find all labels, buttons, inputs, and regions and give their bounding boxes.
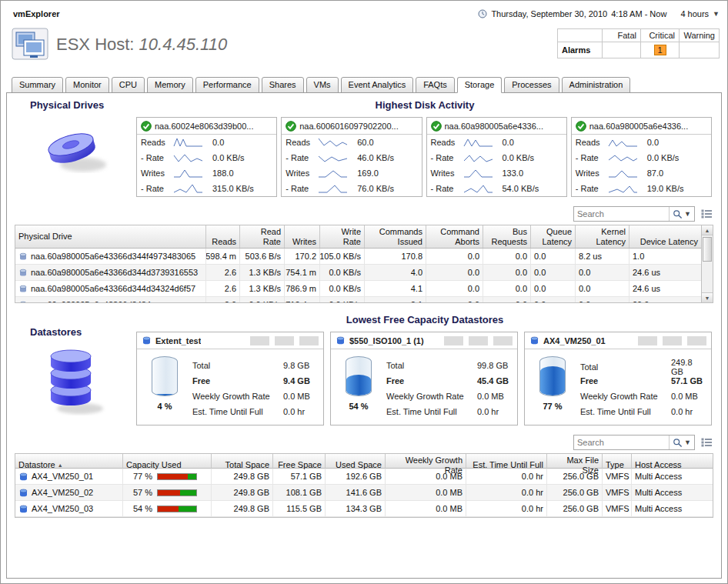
storage-tab-content: Physical Drives bbox=[6, 92, 722, 579]
search-options[interactable]: ▼ bbox=[669, 435, 694, 449]
cell-reads: 598.4 m bbox=[206, 249, 240, 265]
table-row[interactable]: AX4_VM250_02 57 % 249.8 GB 108.1 GB 141.… bbox=[15, 485, 713, 501]
capacity-bar bbox=[157, 489, 197, 496]
datastore-card[interactable]: AX4_VM250_01 77 % Total249.8 GB Free57.1… bbox=[524, 332, 712, 425]
table-row[interactable]: naa.60a980005a6e43366d344d34324d6f57 2.6… bbox=[15, 281, 701, 297]
column-header-read-rate[interactable]: Read Rate bbox=[240, 225, 285, 248]
column-header-write-rate[interactable]: Write Rate bbox=[320, 225, 365, 248]
drive-card[interactable]: naa.60024e8063d39b00... Reads0.0 - Rate0… bbox=[136, 117, 277, 197]
status-ok-icon bbox=[431, 121, 442, 132]
drive-card[interactable]: naa.6006016097902200... Reads60.0 - Rate… bbox=[281, 117, 422, 197]
search-input[interactable] bbox=[574, 438, 669, 447]
datastore-card[interactable]: $550_ISO100_1 (1) 54 % Total99.8 GB Free… bbox=[330, 332, 518, 425]
search-input[interactable] bbox=[574, 209, 669, 219]
datastore-card[interactable]: Extent_test 4 % Total9.8 GB Free9.4 GB bbox=[136, 332, 324, 425]
table-customizer-icon[interactable] bbox=[701, 438, 712, 447]
tab-faqts[interactable]: FAQts bbox=[416, 77, 455, 93]
datastore-icon bbox=[529, 335, 539, 345]
cell-queue-latency: 0.0 bbox=[531, 281, 576, 297]
search-box: ▼ bbox=[573, 206, 695, 222]
critical-count-badge[interactable]: 1 bbox=[654, 45, 666, 55]
tab-performance[interactable]: Performance bbox=[195, 77, 259, 93]
cell-device-latency: 1.0 bbox=[629, 249, 701, 265]
tab-event-analytics[interactable]: Event Analytics bbox=[341, 77, 414, 93]
page-title: ESX Host: 10.4.45.110 bbox=[56, 35, 227, 55]
scroll-up-button[interactable]: ▲ bbox=[702, 225, 713, 235]
card-header-placeholders bbox=[250, 336, 319, 345]
cell-capacity-used: 54 % bbox=[123, 501, 212, 517]
cell-read-rate: 1.3 KB/s bbox=[240, 281, 285, 297]
drive-icon bbox=[18, 252, 28, 261]
metric-label: - Rate bbox=[141, 184, 173, 193]
metric-row: - Rate315.0 KB/s bbox=[137, 181, 276, 196]
card-header-placeholders bbox=[638, 336, 706, 345]
time-range: 4:18 AM - Now bbox=[611, 9, 666, 18]
cell-host-access: Multi Access bbox=[632, 501, 713, 517]
gauge-fill bbox=[540, 366, 565, 396]
status-ok-icon bbox=[576, 121, 586, 132]
top-bar: vmExplorer Thursday, September 30, 2010 … bbox=[1, 1, 727, 22]
column-header-reads[interactable]: Reads bbox=[206, 225, 240, 248]
capacity-gauge bbox=[152, 356, 178, 396]
table-row[interactable]: AX4_VM250_01 77 % 249.8 GB 57.1 GB 192.6… bbox=[15, 469, 713, 485]
column-header-physical-drive[interactable]: Physical Drive bbox=[15, 225, 206, 248]
cell-free-space: 108.1 GB bbox=[273, 485, 326, 501]
column-header-writes[interactable]: Writes bbox=[285, 225, 320, 248]
cell-capacity-used: 57 % bbox=[123, 485, 212, 501]
tab-summary[interactable]: Summary bbox=[12, 77, 63, 93]
metric-value: 0.0 KB/s bbox=[499, 153, 563, 162]
column-header-device-latency[interactable]: Device Latency bbox=[629, 225, 701, 248]
tab-memory[interactable]: Memory bbox=[147, 77, 193, 93]
drive-row-name: naa.60a980005a6e43366d344d34324d6f57 bbox=[31, 284, 195, 293]
search-dropdown-caret-icon[interactable]: ▼ bbox=[684, 439, 691, 446]
column-header-queue-latency[interactable]: Queue Latency bbox=[531, 225, 576, 248]
stat-value: 0.0 hr bbox=[477, 407, 511, 416]
tab-shares[interactable]: Shares bbox=[262, 77, 304, 93]
metric-value: 19.0 KB/s bbox=[643, 184, 707, 193]
cell-write-rate: 0.0 KB/s bbox=[320, 265, 365, 281]
vertical-scrollbar[interactable]: ▲ ▼ bbox=[702, 225, 713, 303]
cell-commands-issued: 4.1 bbox=[365, 281, 426, 297]
scroll-down-button[interactable]: ▼ bbox=[702, 292, 713, 302]
search-dropdown-caret-icon[interactable]: ▼ bbox=[684, 210, 691, 218]
tab-administration[interactable]: Administration bbox=[562, 77, 631, 93]
search-options[interactable]: ▼ bbox=[669, 207, 694, 221]
tab-storage[interactable]: Storage bbox=[457, 77, 503, 93]
drive-card[interactable]: naa.60a980005a6e4336... Reads0.0 - Rate0… bbox=[571, 117, 712, 197]
sparkline bbox=[463, 152, 494, 164]
search-icon[interactable] bbox=[673, 438, 683, 448]
table-row[interactable]: AX4_VM250_03 54 % 249.8 GB 115.5 GB 134.… bbox=[15, 501, 713, 517]
table-row[interactable]: naa.60a980005a6e43366d344d3739316553 2.6… bbox=[15, 265, 701, 281]
table-row[interactable]: naa.60a980005a6e43366d344f4973483065 598… bbox=[15, 249, 701, 265]
sparkline bbox=[463, 182, 494, 195]
scroll-thumb[interactable] bbox=[703, 237, 712, 262]
stat-value: 0.0 MB bbox=[671, 392, 705, 401]
stat-label: Free bbox=[192, 376, 283, 385]
metric-row: - Rate0.0 KB/s bbox=[427, 150, 566, 165]
datastores-table: Datastore▲ Capacity Used Total Space Fre… bbox=[15, 453, 713, 518]
cell-kernel-latency: 0.0 bbox=[576, 281, 629, 297]
tab-monitor[interactable]: Monitor bbox=[65, 77, 109, 93]
datastore-row-name: AX4_VM250_03 bbox=[32, 504, 93, 513]
column-header-kernel-latency[interactable]: Kernel Latency bbox=[576, 225, 629, 248]
datastore-row-name: AX4_VM250_02 bbox=[32, 488, 93, 497]
datastores-title: Datastores bbox=[15, 326, 136, 338]
cell-reads: 2.0 bbox=[206, 297, 240, 302]
time-range-control[interactable]: Thursday, September 30, 2010 4:18 AM - N… bbox=[478, 9, 720, 18]
tab-vms[interactable]: VMs bbox=[306, 77, 339, 93]
cell-reads: 2.6 bbox=[206, 265, 240, 281]
table-customizer-icon[interactable] bbox=[701, 209, 712, 219]
drive-card[interactable]: naa.60a980005a6e4336... Reads0.0 - Rate0… bbox=[426, 117, 567, 197]
cell-est-time-until-full: 0.0 hr bbox=[466, 485, 547, 501]
table-row-partial[interactable]: naa.60a980005a6e43366d3434 2.0 0.0 KB/s … bbox=[15, 297, 701, 302]
stat-row: Free45.4 GB bbox=[386, 373, 511, 389]
tab-cpu[interactable]: CPU bbox=[112, 77, 145, 93]
chevron-down-icon[interactable]: ▼ bbox=[713, 10, 720, 18]
tab-processes[interactable]: Processes bbox=[504, 77, 559, 93]
cell-used-space: 141.6 GB bbox=[326, 485, 386, 501]
column-header-bus-requests[interactable]: Bus Requests bbox=[483, 225, 531, 248]
column-header-command-aborts[interactable]: Command Aborts bbox=[426, 225, 483, 248]
column-header-commands-issued[interactable]: Commands Issued bbox=[365, 225, 426, 248]
cell-host-access: Multi Access bbox=[632, 469, 713, 485]
search-icon[interactable] bbox=[673, 209, 683, 219]
